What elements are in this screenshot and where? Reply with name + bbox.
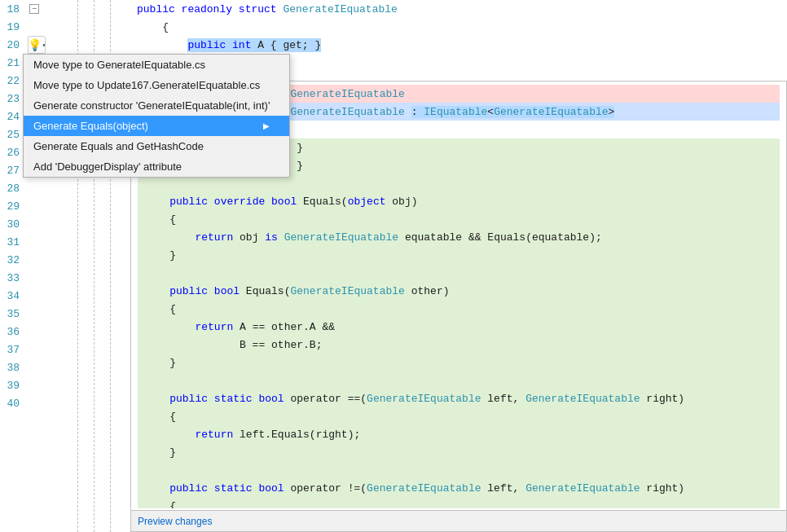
gutter-row-37: 37 — [0, 341, 130, 358]
code-line-34: { — [138, 300, 780, 318]
preview-changes-link[interactable]: Preview changes — [138, 516, 212, 527]
gutter-row-20: 20 💡 ▾ — [0, 36, 130, 54]
editor-container: 18 − 19 20 💡 ▾ 21 22 23 24 25 26 27 28 — [0, 0, 787, 532]
menu-item-generate-equals-hashcode-label: Generate Equals and GetHashCode — [33, 140, 204, 152]
menu-item-move-type-label: Move type to GenerateIEquatable.cs — [33, 59, 205, 71]
lightbulb-icon: 💡 — [28, 38, 42, 52]
gutter-row-18: 18 − — [0, 0, 130, 18]
code-line-31: } — [138, 246, 780, 264]
line-num-19: 19 — [0, 21, 26, 33]
menu-item-generate-constructor[interactable]: Generate constructor 'GenerateIEquatable… — [24, 95, 289, 116]
menu-item-generate-equals-label: Generate Equals(object) — [33, 120, 148, 132]
keyword-int-20: int — [232, 39, 251, 51]
line-num-35: 35 — [0, 308, 26, 320]
code-line-36: B == other.B; — [138, 336, 780, 354]
submenu-arrow: ▶ — [263, 121, 270, 130]
code-line-18: public readonly struct GenerateIEquatabl… — [130, 0, 787, 18]
code-line-33: public bool Equals(GenerateIEquatable ot… — [138, 282, 780, 300]
line-num-32: 32 — [0, 254, 26, 266]
line-num-38: 38 — [0, 362, 26, 374]
keyword-struct-18: struct — [239, 3, 284, 15]
line-num-40: 40 — [0, 398, 26, 410]
brace-open-19: { — [137, 21, 169, 33]
gutter-row-33: 33 — [0, 269, 130, 287]
rest-20: A { get; } — [251, 39, 321, 51]
code-line-20: public int A { get; } — [130, 36, 787, 54]
code-line-35: return A == other.A && — [138, 318, 780, 336]
keyword-public-20: public — [187, 39, 232, 51]
lightbulb-button[interactable]: 💡 ▾ — [28, 36, 46, 54]
code-line-37: } — [138, 354, 780, 372]
line-num-29: 29 — [0, 200, 26, 213]
line-num-34: 34 — [0, 290, 26, 302]
line-num-37: 37 — [0, 344, 26, 356]
highlighted-code-20: public int A { get; } — [187, 38, 321, 52]
gutter-row-36: 36 — [0, 323, 130, 341]
keyword-readonly-18: readonly — [182, 3, 239, 15]
menu-item-move-type-update-label: Move type to Update167.GenerateIEquatabl… — [33, 79, 260, 91]
code-line-40: { — [138, 407, 780, 425]
type-name-18: GenerateIEquatable — [283, 3, 397, 15]
menu-item-generate-constructor-label: Generate constructor 'GenerateIEquatable… — [33, 99, 270, 112]
line-num-36: 36 — [0, 326, 26, 338]
gutter-row-38: 38 — [0, 358, 130, 376]
context-menu: Move type to GenerateIEquatable.cs Move … — [23, 54, 290, 178]
code-line-19: { — [130, 18, 787, 36]
line-num-33: 33 — [0, 272, 26, 284]
code-line-32 — [138, 264, 780, 282]
menu-item-move-type[interactable]: Move type to GenerateIEquatable.cs — [24, 55, 289, 75]
code-line-28: public override bool Equals(object obj) — [138, 192, 780, 210]
code-line-41: return left.Equals(right); — [138, 425, 780, 443]
code-line-43 — [138, 461, 780, 479]
line-num-31: 31 — [0, 236, 26, 248]
iequatable-highlight: : IEquatable<GenerateIEquatable> — [411, 106, 615, 118]
gutter-row-19: 19 — [0, 18, 130, 36]
gutter-row-34: 34 — [0, 287, 130, 305]
gutter-row-31: 31 — [0, 233, 130, 251]
line-num-39: 39 — [0, 380, 26, 392]
line-num-28: 28 — [0, 182, 26, 195]
gutter-row-39: 39 — [0, 376, 130, 394]
menu-item-debugger-display[interactable]: Add 'DebuggerDisplay' attribute — [24, 156, 289, 177]
gutter-row-30: 30 — [0, 215, 130, 233]
gutter-row-32: 32 — [0, 251, 130, 269]
line-num-20: 20 — [0, 39, 26, 51]
preview-footer: Preview changes — [131, 510, 786, 531]
lightbulb-dropdown-arrow: ▾ — [42, 42, 46, 49]
code-line-42: } — [138, 443, 780, 461]
code-line-39: public static bool operator ==(GenerateI… — [138, 389, 780, 407]
collapse-icon-18[interactable]: − — [26, 1, 42, 17]
keyword-public-18: public — [137, 3, 182, 15]
gutter-row-35: 35 — [0, 305, 130, 323]
menu-item-generate-equals[interactable]: Generate Equals(object) ▶ — [24, 116, 289, 136]
collapse-btn-18[interactable]: − — [29, 4, 39, 14]
code-line-38 — [138, 372, 780, 389]
code-line-29: { — [138, 210, 780, 228]
code-line-45: { — [138, 497, 780, 508]
indent-20 — [137, 39, 187, 51]
code-line-30: return obj is GenerateIEquatable equatab… — [138, 228, 780, 246]
code-line-44: public static bool operator !=(GenerateI… — [138, 479, 780, 497]
menu-item-move-type-update[interactable]: Move type to Update167.GenerateIEquatabl… — [24, 75, 289, 95]
gutter-row-28: 28 — [0, 179, 130, 197]
gutter-row-29: 29 — [0, 197, 130, 215]
type-name-22: GenerateIEquatable — [290, 88, 404, 100]
line-num-30: 30 — [0, 218, 26, 231]
gutter-row-40: 40 — [0, 394, 130, 412]
menu-item-debugger-display-label: Add 'DebuggerDisplay' attribute — [33, 160, 182, 173]
menu-item-generate-equals-hashcode[interactable]: Generate Equals and GetHashCode — [24, 136, 289, 156]
type-name-23: GenerateIEquatable — [290, 106, 404, 118]
line-num-18: 18 — [0, 3, 26, 15]
